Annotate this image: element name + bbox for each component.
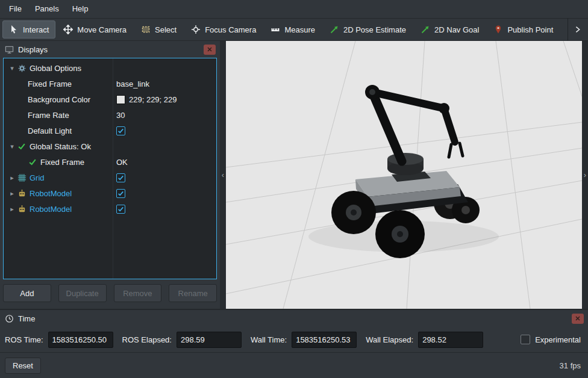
time-close-button[interactable] [572, 314, 584, 324]
menubar: FilePanelsHelp [0, 0, 588, 18]
display-row-global-status-ok-5[interactable]: ▾Global Status: Ok [4, 138, 216, 154]
field-label: Wall Elapsed: [366, 335, 413, 344]
row-checkbox[interactable] [116, 205, 125, 214]
tool-label: Interact [23, 25, 49, 34]
experimental-label: Experimental [535, 335, 581, 344]
display-row-fixed-frame-6[interactable]: Fixed FrameOK [4, 154, 216, 170]
tool-2d-pose-estimate[interactable]: 2D Pose Estimate [323, 20, 413, 39]
toolbar-tools: InteractMove CameraSelectFocus CameraMea… [2, 19, 560, 40]
rename-button[interactable]: Rename [169, 284, 217, 302]
gear-icon [17, 63, 27, 73]
robot-icon [17, 188, 27, 198]
panel-collapse-left-handle[interactable]: ‹ [220, 41, 226, 309]
displays-close-button[interactable] [204, 45, 216, 55]
robot-icon [17, 204, 27, 214]
ros-time-input[interactable] [48, 332, 113, 348]
panel-collapse-right-handle[interactable]: › [582, 41, 588, 309]
tool-label: Publish Point [507, 25, 553, 34]
tool-2d-nav-goal[interactable]: 2D Nav Goal [414, 20, 486, 39]
displays-panel-header: Displays [0, 41, 220, 58]
measure-ruler-icon [271, 25, 280, 34]
displays-panel-title: Displays [18, 45, 48, 54]
display-row-robotmodel-8[interactable]: ▸RobotModel [4, 185, 216, 201]
tool-interact[interactable]: Interact [2, 20, 55, 39]
row-label: RobotModel [30, 205, 72, 214]
duplicate-button[interactable]: Duplicate [58, 284, 107, 302]
row-label: Global Status: Ok [30, 142, 91, 151]
field-label: ROS Elapsed: [122, 335, 172, 344]
row-value: 229; 229; 229 [129, 95, 177, 104]
row-label: Default Light [28, 126, 72, 135]
time-fields: ROS Time:ROS Elapsed:Wall Time:Wall Elap… [0, 327, 588, 352]
row-value: OK [116, 158, 128, 167]
experimental-option: Experimental [521, 335, 583, 344]
interact-cursor-icon [9, 25, 19, 34]
chevron-left-icon: ‹ [222, 170, 224, 179]
row-label: RobotModel [30, 189, 72, 198]
time-field-ros-elapsed: ROS Elapsed: [122, 332, 242, 348]
expander-closed-icon[interactable]: ▸ [7, 174, 17, 182]
menu-file[interactable]: File [2, 0, 28, 18]
wall-elapsed-input[interactable] [418, 332, 483, 348]
expander-closed-icon[interactable]: ▸ [7, 190, 17, 197]
chevron-right-icon [573, 25, 583, 34]
reset-button[interactable]: Reset [5, 358, 41, 374]
tool-focus-camera[interactable]: Focus Camera [184, 20, 263, 39]
robot-model [308, 85, 499, 258]
tool-label: 2D Nav Goal [434, 25, 479, 34]
display-row-default-light-4[interactable]: Default Light [4, 123, 216, 138]
row-label: Background Color [28, 95, 90, 104]
expander-open-icon[interactable]: ▾ [7, 143, 17, 150]
display-row-grid-7[interactable]: ▸Grid [4, 170, 216, 185]
select-box-icon [141, 25, 151, 34]
3d-viewport[interactable] [226, 41, 582, 309]
display-row-robotmodel-9[interactable]: ▸RobotModel [4, 201, 216, 217]
add-button[interactable]: Add [3, 284, 51, 302]
menu-panels[interactable]: Panels [28, 0, 66, 18]
row-value: base_link [116, 79, 149, 88]
display-row-global-options-0[interactable]: ▾Global Options [4, 60, 216, 76]
move-camera-icon [63, 25, 73, 34]
display-row-background-color-2[interactable]: Background Color229; 229; 229 [4, 91, 216, 107]
time-field-wall-time: Wall Time: [251, 332, 357, 348]
statusbar: Reset 31 fps [0, 352, 588, 378]
row-checkbox[interactable] [116, 173, 125, 182]
tree-column-separator[interactable] [113, 58, 113, 279]
time-field-ros-time: ROS Time: [5, 332, 113, 348]
check-icon [17, 141, 27, 151]
menu-help[interactable]: Help [66, 0, 95, 18]
viewport-scene [226, 41, 582, 309]
row-label: Fixed Frame [40, 158, 84, 167]
displays-dock-icon [4, 45, 14, 54]
expander-open-icon[interactable]: ▾ [7, 64, 17, 72]
time-panel-header: Time [0, 310, 588, 327]
tool-publish-point[interactable]: Publish Point [487, 20, 560, 39]
row-label: Fixed Frame [28, 79, 72, 88]
row-label: Global Options [30, 64, 81, 73]
row-checkbox[interactable] [116, 126, 125, 135]
tool-label: Select [155, 25, 177, 34]
wall-time-input[interactable] [292, 332, 357, 348]
tool-move-camera[interactable]: Move Camera [57, 20, 133, 39]
publish-point-icon [493, 25, 503, 34]
displays-buttons: AddDuplicateRemoveRename [0, 279, 220, 309]
toolbar-overflow-button[interactable] [569, 20, 586, 39]
expander-closed-icon[interactable]: ▸ [7, 205, 17, 213]
experimental-checkbox[interactable] [521, 335, 530, 344]
row-checkbox[interactable] [116, 189, 125, 198]
tool-select[interactable]: Select [134, 20, 183, 39]
close-icon [207, 47, 212, 52]
time-field-wall-elapsed: Wall Elapsed: [366, 332, 483, 348]
row-label: Grid [30, 173, 45, 182]
time-panel-title: Time [18, 314, 35, 323]
color-swatch[interactable] [116, 95, 125, 104]
display-row-fixed-frame-1[interactable]: Fixed Framebase_link [4, 76, 216, 91]
display-row-frame-rate-3[interactable]: Frame Rate30 [4, 107, 216, 123]
check-icon [28, 157, 37, 167]
ros-elapsed-input[interactable] [177, 332, 242, 348]
tool-measure[interactable]: Measure [264, 20, 322, 39]
row-label: Frame Rate [28, 111, 69, 120]
fps-counter: 31 fps [560, 361, 583, 370]
remove-button[interactable]: Remove [114, 284, 162, 302]
nav-goal-arrow-icon [421, 25, 430, 34]
